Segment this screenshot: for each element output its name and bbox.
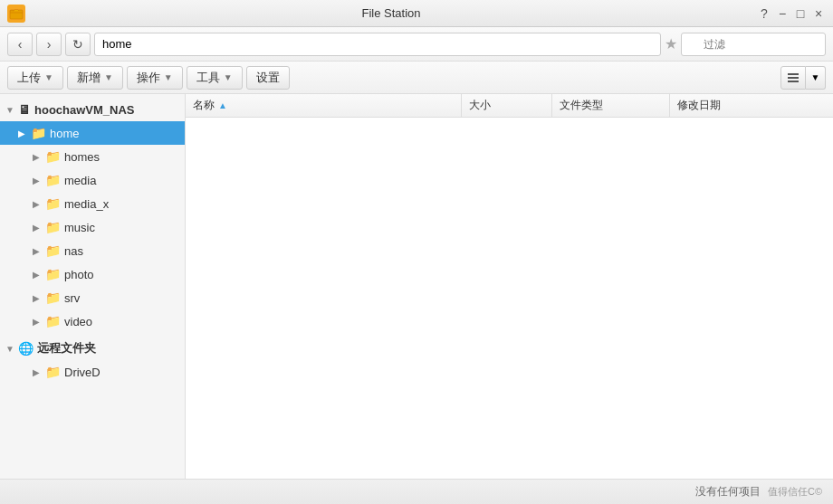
folder-icon: 📁 xyxy=(45,365,61,379)
title-bar: File Station ? − □ × xyxy=(0,0,833,27)
folder-icon: 📁 xyxy=(45,243,61,258)
sidebar-item-photo[interactable]: ▶ 📁 photo xyxy=(0,262,185,286)
search-input[interactable] xyxy=(681,33,826,56)
app-icon xyxy=(7,5,25,23)
folder-icon: 📁 xyxy=(45,173,61,187)
folder-icon: 📁 xyxy=(45,290,61,305)
folder-icon: 📁 xyxy=(45,196,61,211)
view-list-btn[interactable] xyxy=(780,66,806,90)
sidebar-item-remote-root[interactable]: ▼ 🌐 远程文件夹 xyxy=(0,337,185,360)
sidebar-item-nas-root[interactable]: ▼ 🖥 hoochawVM_NAS xyxy=(0,98,185,121)
sidebar-item-drived[interactable]: ▶ 📁 DriveD xyxy=(0,360,185,384)
upload-btn[interactable]: 上传 ▼ xyxy=(7,66,63,90)
view-dropdown-btn[interactable]: ▼ xyxy=(806,66,826,90)
sidebar-item-media-x[interactable]: ▶ 📁 media_x xyxy=(0,192,185,215)
sidebar-item-srv[interactable]: ▶ 📁 srv xyxy=(0,286,185,309)
forward-btn[interactable]: › xyxy=(36,33,62,56)
svg-rect-3 xyxy=(788,81,799,82)
sidebar-item-music[interactable]: ▶ 📁 music xyxy=(0,215,185,239)
sidebar-item-nas[interactable]: ▶ 📁 nas xyxy=(0,239,185,262)
col-modified[interactable]: 修改日期 xyxy=(670,94,833,117)
svg-rect-2 xyxy=(788,77,799,79)
add-btn[interactable]: 新增 ▼ xyxy=(67,66,123,90)
remote-label: 远程文件夹 xyxy=(37,340,96,357)
search-wrapper: 🔍 xyxy=(681,33,826,56)
sidebar-item-label: photo xyxy=(64,268,94,281)
back-btn[interactable]: ‹ xyxy=(7,33,33,56)
action-toolbar: 上传 ▼ 新增 ▼ 操作 ▼ 工具 ▼ 设置 ▼ xyxy=(0,62,833,94)
refresh-btn[interactable]: ↻ xyxy=(65,33,91,56)
settings-btn[interactable]: 设置 xyxy=(246,66,290,90)
folder-icon: 📁 xyxy=(45,220,61,234)
folder-icon: 📁 xyxy=(45,314,61,328)
nas-label: hoochawVM_NAS xyxy=(34,103,135,117)
sidebar-item-home[interactable]: ▶ 📁 home xyxy=(0,121,185,145)
close-btn[interactable]: × xyxy=(811,6,826,21)
sidebar-item-label: srv xyxy=(64,291,80,305)
window-controls: ? − □ × xyxy=(757,6,826,21)
maximize-btn[interactable]: □ xyxy=(793,6,808,21)
sidebar-item-label: homes xyxy=(64,150,100,164)
remote-icon: 🌐 xyxy=(18,341,34,356)
view-controls: ▼ xyxy=(780,66,826,90)
nav-toolbar: ‹ › ↻ ★ 🔍 xyxy=(0,27,833,62)
nas-icon: 🖥 xyxy=(18,102,31,117)
col-size[interactable]: 大小 xyxy=(462,94,552,117)
sidebar-item-media[interactable]: ▶ 📁 media xyxy=(0,168,185,192)
folder-icon: 📁 xyxy=(45,149,61,164)
col-name[interactable]: 名称 ▲ xyxy=(186,94,462,117)
sidebar-item-label: DriveD xyxy=(64,366,101,379)
status-bar: 没有任何项目 值得信任C© xyxy=(0,479,833,504)
sidebar-item-label: nas xyxy=(64,244,83,258)
sidebar-item-label: home xyxy=(50,127,80,140)
col-type[interactable]: 文件类型 xyxy=(552,94,670,117)
window-title: File Station xyxy=(25,6,757,20)
sidebar-item-label: music xyxy=(64,221,95,234)
minimize-btn[interactable]: − xyxy=(775,6,790,21)
file-list: 名称 ▲ 大小 文件类型 修改日期 xyxy=(186,94,833,479)
folder-icon: 📁 xyxy=(31,126,46,140)
bookmark-star[interactable]: ★ xyxy=(665,35,677,52)
sidebar-item-label: video xyxy=(64,315,92,328)
help-btn[interactable]: ? xyxy=(757,6,771,21)
status-text: 没有任何项目 xyxy=(695,484,761,499)
tools-btn[interactable]: 工具 ▼ xyxy=(187,66,243,90)
sidebar-item-homes[interactable]: ▶ 📁 homes xyxy=(0,145,185,168)
svg-rect-0 xyxy=(10,10,23,19)
svg-rect-1 xyxy=(788,73,799,75)
sidebar-item-video[interactable]: ▶ 📁 video xyxy=(0,309,185,333)
operations-btn[interactable]: 操作 ▼ xyxy=(127,66,183,90)
sidebar: ▼ 🖥 hoochawVM_NAS ▶ 📁 home ▶ 📁 homes ▶ 📁… xyxy=(0,94,186,479)
file-list-header: 名称 ▲ 大小 文件类型 修改日期 xyxy=(186,94,833,118)
status-suffix: 值得信任C© xyxy=(768,485,822,499)
address-bar[interactable] xyxy=(94,33,661,56)
collapse-arrow: ▼ xyxy=(5,105,14,115)
sidebar-item-label: media xyxy=(64,174,96,187)
main-content: ▼ 🖥 hoochawVM_NAS ▶ 📁 home ▶ 📁 homes ▶ 📁… xyxy=(0,94,833,479)
folder-icon: 📁 xyxy=(45,267,61,281)
file-list-body xyxy=(186,118,833,479)
sidebar-item-label: media_x xyxy=(64,197,109,211)
sort-icon: ▲ xyxy=(218,100,227,110)
